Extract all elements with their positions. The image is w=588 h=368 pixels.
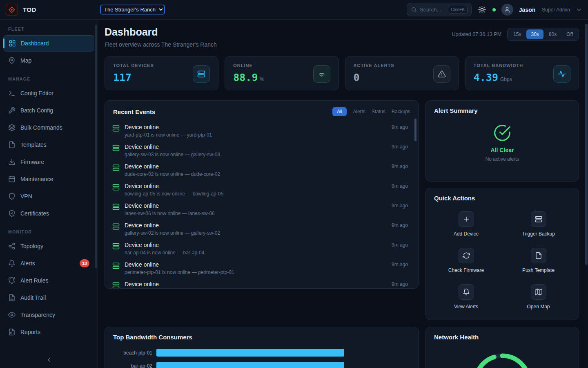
check-firmware-button[interactable]: Check Firmware xyxy=(430,248,502,273)
stat-cards-row: TOTAL DEVICES 117 ONLINE 88.9% ACTIVE AL… xyxy=(105,56,579,90)
page-scrollbar[interactable] xyxy=(585,20,588,368)
refresh-option-15s[interactable]: 15s xyxy=(509,29,526,39)
shield-check-icon xyxy=(8,210,16,217)
sidebar-item-alert-rules[interactable]: Alert Rules xyxy=(3,272,94,289)
event-row[interactable]: Device online lanes-sw-06 is now online … xyxy=(112,200,408,219)
push-template-button[interactable]: Push Template xyxy=(502,248,575,273)
sidebar-item-audit-trail[interactable]: Audit Trail xyxy=(3,289,94,306)
server-icon xyxy=(112,164,120,171)
events-tab-backups[interactable]: Backups xyxy=(392,107,410,116)
network-health-title: Network Health xyxy=(434,334,479,341)
bell-ring-icon xyxy=(8,277,16,284)
stat-online: ONLINE 88.9% xyxy=(225,56,339,90)
sidebar-item-batch-config[interactable]: Batch Config xyxy=(3,102,94,119)
event-row[interactable]: Device online 9m ago xyxy=(112,278,408,288)
search-shortcut-badge: Cmd+K xyxy=(448,6,468,13)
wrench-icon xyxy=(8,107,16,114)
stat-total-devices: TOTAL DEVICES 117 xyxy=(105,56,218,90)
page-title: Dashboard xyxy=(105,26,217,38)
sidebar-item-maintenance[interactable]: Maintenance xyxy=(3,171,94,187)
theme-toggle-sun-icon[interactable] xyxy=(477,5,487,14)
last-updated-text: Updated 07:36:13 PM xyxy=(452,31,502,37)
layers-icon xyxy=(8,124,16,131)
sidebar-item-templates[interactable]: Templates xyxy=(3,137,94,153)
event-title: Device online xyxy=(125,163,387,170)
event-row[interactable]: Device online bar-ap-04 is now online — … xyxy=(112,239,408,258)
event-detail: gallery-sw-02 is now online — gallery-sw… xyxy=(125,230,387,236)
brand-name: TOD xyxy=(23,6,36,13)
event-row[interactable]: Device online dude-core-02 is now online… xyxy=(112,160,408,180)
network-health-card: Network Health xyxy=(425,327,579,368)
sidebar-item-topology[interactable]: Topology xyxy=(3,238,94,254)
user-avatar[interactable] xyxy=(501,4,513,16)
event-detail: lanes-sw-06 is now online — lanes-sw-06 xyxy=(125,211,387,216)
server-icon xyxy=(112,144,120,152)
view-alerts-button[interactable]: View Alerts xyxy=(430,284,502,310)
events-tab-alerts[interactable]: Alerts xyxy=(353,107,365,116)
refresh-interval-control: 15s 30s 60s Off xyxy=(507,28,579,41)
events-scrollbar[interactable] xyxy=(414,119,416,141)
file-icon xyxy=(531,248,546,263)
event-time: 9m ago xyxy=(392,164,408,169)
bandwidth-row: beach-ptp-01 xyxy=(107,349,410,357)
file-text-icon xyxy=(8,294,16,301)
event-time: 9m ago xyxy=(392,242,408,248)
bandwidth-bar-chart: beach-ptp-01 bar-ap-02 xyxy=(105,345,419,368)
event-time: 9m ago xyxy=(392,222,408,228)
events-tab-all[interactable]: All xyxy=(332,107,347,116)
terminal-icon xyxy=(8,90,16,97)
event-row[interactable]: Device online yard-ptp-01 is now online … xyxy=(112,121,408,141)
event-row[interactable]: Device online perimeter-ptp-01 is now on… xyxy=(112,258,408,278)
eye-icon xyxy=(8,311,16,319)
refresh-option-off[interactable]: Off xyxy=(562,29,577,39)
sidebar-item-certificates[interactable]: Certificates xyxy=(3,205,94,222)
app-logo-icon xyxy=(6,4,18,16)
trigger-backup-button[interactable]: Trigger Backup xyxy=(502,211,575,237)
map-pin-icon xyxy=(8,57,16,64)
sidebar-item-bulk-commands[interactable]: Bulk Commands xyxy=(3,119,94,136)
search-input[interactable] xyxy=(420,7,445,13)
quick-actions-grid: Add Device Trigger Backup Check Firmware… xyxy=(426,211,579,310)
open-map-button[interactable]: Open Map xyxy=(502,284,575,310)
event-title: Device online xyxy=(125,183,387,189)
search-icon xyxy=(411,7,417,13)
site-selector[interactable]: The Stranger's Ranch xyxy=(100,5,165,14)
chevron-left-icon xyxy=(45,356,53,364)
event-title: Device online xyxy=(125,222,387,229)
events-tab-status[interactable]: Status xyxy=(372,107,385,116)
event-title: Device online xyxy=(125,144,387,150)
bandwidth-bar xyxy=(156,362,344,368)
quick-actions-title: Quick Actions xyxy=(434,195,475,202)
event-time: 9m ago xyxy=(392,262,408,267)
event-row[interactable]: Device online gallery-sw-02 is now onlin… xyxy=(112,219,408,239)
event-row[interactable]: Device online bowling-ap-05 is now onlin… xyxy=(112,180,408,200)
sidebar-item-reports[interactable]: Reports xyxy=(3,324,94,340)
server-icon xyxy=(112,242,120,250)
add-device-button[interactable]: Add Device xyxy=(430,211,502,237)
search-box[interactable]: Cmd+K xyxy=(407,3,472,16)
sidebar-item-map[interactable]: Map xyxy=(3,52,94,69)
refresh-option-60s[interactable]: 60s xyxy=(544,29,561,39)
alerts-count-badge: 13 xyxy=(80,259,89,267)
event-title: Device online xyxy=(125,281,387,287)
top-bandwidth-card: Top Bandwidth Consumers beach-ptp-01 bar… xyxy=(105,327,419,368)
top-bandwidth-title: Top Bandwidth Consumers xyxy=(113,334,192,341)
event-row[interactable]: Device online gallery-sw-03 is now onlin… xyxy=(112,141,408,160)
sidebar-item-dashboard[interactable]: Dashboard xyxy=(3,35,94,52)
sidebar: FLEET Dashboard Map MANAGE Config Editor… xyxy=(0,20,98,368)
event-time: 9m ago xyxy=(392,124,408,130)
event-time: 9m ago xyxy=(392,183,408,189)
refresh-option-30s[interactable]: 30s xyxy=(526,29,543,39)
event-detail: yard-ptp-01 is now online — yard-ptp-01 xyxy=(125,132,387,138)
user-name: Jason xyxy=(519,7,535,13)
server-icon xyxy=(112,184,120,191)
sidebar-item-config-editor[interactable]: Config Editor xyxy=(3,85,94,101)
sidebar-item-alerts[interactable]: Alerts 13 xyxy=(3,255,94,272)
sidebar-scrollbar[interactable] xyxy=(95,25,97,268)
sidebar-item-vpn[interactable]: VPN xyxy=(3,188,94,204)
user-menu-chevron-down-icon[interactable] xyxy=(576,7,582,13)
activity-icon xyxy=(553,65,570,83)
sidebar-collapse-button[interactable] xyxy=(0,352,98,368)
sidebar-item-firmware[interactable]: Firmware xyxy=(3,154,94,170)
sidebar-item-transparency[interactable]: Transparency xyxy=(3,307,94,323)
